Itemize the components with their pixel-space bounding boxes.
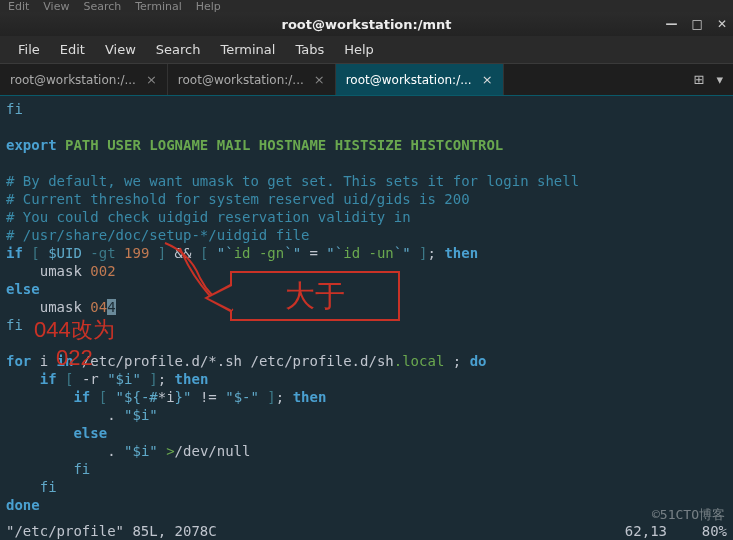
window-title: root@workstation:/mnt <box>281 17 451 32</box>
menu-terminal[interactable]: Terminal <box>212 38 283 61</box>
tab-label: root@workstation:/... <box>346 73 472 87</box>
status-position: 62,13 <box>625 522 667 540</box>
tab-label: root@workstation:/... <box>10 73 136 87</box>
window-titlebar: root@workstation:/mnt — □ ✕ <box>0 12 733 36</box>
close-tab-icon[interactable]: × <box>482 72 493 87</box>
menu-view[interactable]: View <box>97 38 144 61</box>
status-file: "/etc/profile" 85L, 2078C <box>6 522 217 540</box>
vim-statusline: "/etc/profile" 85L, 2078C 62,13 80% <box>6 522 727 540</box>
menu-search[interactable]: Search <box>148 38 209 61</box>
maximize-button[interactable]: □ <box>692 17 703 31</box>
close-tab-icon[interactable]: × <box>314 72 325 87</box>
tab-label: root@workstation:/... <box>178 73 304 87</box>
menu-help[interactable]: Help <box>336 38 382 61</box>
annotation-box: 大于 <box>230 271 400 321</box>
app-menubar: File Edit View Search Terminal Tabs Help <box>0 36 733 64</box>
minimize-button[interactable]: — <box>666 17 678 31</box>
close-button[interactable]: ✕ <box>717 17 727 31</box>
menu-edit[interactable]: Edit <box>52 38 93 61</box>
background-menubar: EditViewSearchTerminalHelp <box>0 0 733 12</box>
annotation-text-2: 022 <box>56 349 93 367</box>
tab-terminal-2[interactable]: root@workstation:/... × <box>168 64 336 95</box>
new-tab-icon[interactable]: ⊞ <box>694 72 705 87</box>
menu-file[interactable]: File <box>10 38 48 61</box>
tab-terminal-3[interactable]: root@workstation:/... × <box>336 64 504 95</box>
close-tab-icon[interactable]: × <box>146 72 157 87</box>
status-percent: 80% <box>667 522 727 540</box>
menu-tabs[interactable]: Tabs <box>287 38 332 61</box>
tab-bar: root@workstation:/... × root@workstation… <box>0 64 733 96</box>
tab-terminal-1[interactable]: root@workstation:/... × <box>0 64 168 95</box>
tab-menu-icon[interactable]: ▾ <box>716 72 723 87</box>
annotation-text-1: 044改为 <box>34 321 115 339</box>
editor-pane[interactable]: fi export PATH USER LOGNAME MAIL HOSTNAM… <box>0 96 733 540</box>
